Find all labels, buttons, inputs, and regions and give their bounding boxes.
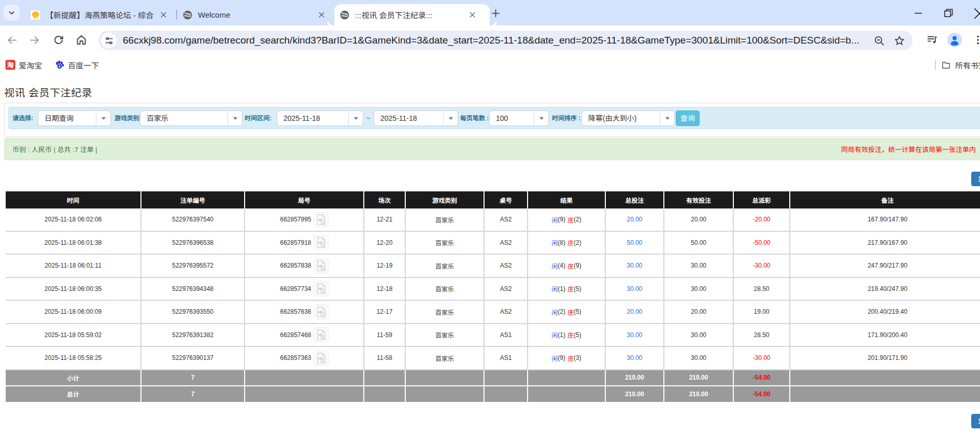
cell-bet_id: 522976390137 <box>141 347 245 369</box>
back-button[interactable] <box>2 30 22 50</box>
video-replay-button[interactable] <box>314 351 329 366</box>
folder-icon <box>941 60 951 70</box>
cell-note: 219.40/247.90 <box>790 278 980 300</box>
cell-round: 662857995 <box>245 208 364 231</box>
dropdown-arrow-icon[interactable] <box>660 111 674 126</box>
window-restore-button[interactable] <box>933 0 963 25</box>
cell-game: 百家乐 <box>406 255 485 277</box>
date-end-select[interactable]: 2025-11-18 <box>374 110 458 126</box>
cell-payout: -50.00 <box>734 232 790 254</box>
cell-time: 2025-11-18 06:01:38 <box>6 232 141 254</box>
dropdown-arrow-icon[interactable] <box>348 111 363 126</box>
game-kind-select[interactable]: 百家乐 <box>140 110 243 126</box>
total-bet-link[interactable]: 30.00 <box>606 347 664 369</box>
date-start-value: 2025-11-18 <box>277 111 348 126</box>
cell-bet_id: 522976394348 <box>141 278 245 300</box>
cell-valid: 30.00 <box>664 324 734 346</box>
total-bet-link[interactable]: 30.00 <box>606 278 664 300</box>
search-button[interactable]: 查询 <box>676 110 700 126</box>
total-bet-link[interactable]: 30.00 <box>606 255 664 277</box>
all-bookmarks-label: 所有书签 <box>955 60 980 71</box>
footer-cell: -54.00 <box>734 385 790 402</box>
date-start-select[interactable]: 2025-11-18 <box>277 110 363 126</box>
tab-search-button[interactable] <box>4 5 20 21</box>
media-controls-button[interactable] <box>926 34 938 46</box>
cell-payout: -20.00 <box>734 208 790 231</box>
page-1-button[interactable]: 1 <box>971 172 980 186</box>
cell-session: 12-21 <box>364 208 406 231</box>
table-row: 2025-11-18 06:00:09522976393550662857638… <box>6 301 980 324</box>
total-bet-link[interactable]: 20.00 <box>606 208 664 231</box>
chevron-down-icon <box>7 8 16 17</box>
site-settings-button[interactable] <box>101 33 117 48</box>
column-header: 总投注 <box>606 191 664 208</box>
cell-game: 百家乐 <box>406 232 485 254</box>
column-header: 注单编号 <box>141 191 245 208</box>
address-bar[interactable]: 66cxkj98.com/game/betrecord_search/kind3… <box>98 31 913 50</box>
bookmark-baidu[interactable]: 百度一下 <box>54 60 99 71</box>
video-replay-button[interactable] <box>314 258 329 273</box>
all-bookmarks-button[interactable]: 所有书签 <box>935 54 980 75</box>
tab-close-icon[interactable] <box>317 11 325 19</box>
cell-result: 闲(2)庄(5) <box>528 301 606 323</box>
tab-close-icon[interactable] <box>159 11 167 19</box>
dropdown-arrow-icon[interactable] <box>443 111 458 126</box>
video-replay-button[interactable] <box>314 281 329 296</box>
footer-cell <box>485 370 528 386</box>
cell-round: 662857468 <box>245 324 364 346</box>
cell-time: 2025-11-18 06:00:35 <box>6 278 141 300</box>
result-zhuang: 庄 <box>567 215 574 224</box>
footer-cell: 总计 <box>6 385 141 402</box>
tab-welcome[interactable]: Welcome <box>177 4 334 25</box>
video-replay-button[interactable] <box>314 212 329 227</box>
bookmark-taobao[interactable]: 淘 爱淘宝 <box>5 60 42 71</box>
cell-time: 2025-11-18 06:00:09 <box>6 301 141 323</box>
new-tab-button[interactable] <box>488 6 503 20</box>
sort-select[interactable]: 降幂(由大到小) <box>581 110 675 126</box>
url-text[interactable]: 66cxkj98.com/game/betrecord_search/kind3… <box>123 31 874 50</box>
dropdown-arrow-icon[interactable] <box>534 111 548 126</box>
tab-forum[interactable]: 【新提醒】海燕策略论坛 - 综合 <box>25 4 176 25</box>
dropdown-arrow-icon[interactable] <box>96 111 110 126</box>
total-bet-link[interactable]: 30.00 <box>606 324 664 346</box>
queue-music-icon <box>926 34 938 46</box>
cell-game: 百家乐 <box>406 324 485 346</box>
query-type-value: 日期查询 <box>38 111 96 126</box>
window-close-button[interactable] <box>968 0 980 25</box>
forward-icon <box>28 34 41 47</box>
reload-button[interactable] <box>48 30 69 50</box>
footer-cell <box>528 385 606 402</box>
video-replay-button[interactable] <box>314 304 329 319</box>
globe-favicon-icon <box>339 10 350 20</box>
forward-button[interactable] <box>24 30 45 50</box>
page-size-select[interactable]: 100 <box>489 110 549 126</box>
total-bet-link[interactable]: 20.00 <box>606 301 664 323</box>
total-bet-link[interactable]: 50.00 <box>606 232 664 254</box>
column-header: 结果 <box>528 191 606 208</box>
cell-bet_id: 522976391382 <box>141 324 245 346</box>
query-type-select[interactable]: 日期查询 <box>38 110 111 126</box>
tab-bet-record-active[interactable]: :::视讯 会员下注纪录::: <box>334 4 490 25</box>
bookmark-star-button[interactable] <box>893 34 905 47</box>
cell-note: 200.40/219.40 <box>790 301 980 323</box>
page-1-button[interactable]: 1 <box>971 414 980 428</box>
window-minimize-button[interactable] <box>903 0 933 25</box>
result-zhuang: 庄 <box>567 261 574 270</box>
subtotal-row: 小计7210.00210.00-54.00 <box>6 370 980 386</box>
profile-button[interactable] <box>947 33 962 47</box>
result-xian: 闲 <box>551 215 558 224</box>
video-replay-button[interactable] <box>314 235 329 250</box>
tab-close-icon[interactable] <box>468 11 476 19</box>
cell-round: 662857918 <box>245 232 364 254</box>
cell-round: 662857734 <box>245 278 364 300</box>
dropdown-arrow-icon[interactable] <box>228 111 242 126</box>
date-range-label: 时间区间: <box>245 107 272 130</box>
home-button[interactable] <box>71 30 92 50</box>
zoom-indicator-button[interactable] <box>873 34 885 47</box>
tab-title: :::视讯 会员下注纪录::: <box>355 9 464 20</box>
footer-cell <box>485 385 528 402</box>
cell-result: 闲(1)庄(5) <box>528 324 606 346</box>
browser-menu-button[interactable] <box>972 34 980 46</box>
result-zhuang: 庄 <box>567 284 574 293</box>
video-replay-button[interactable] <box>314 327 329 342</box>
